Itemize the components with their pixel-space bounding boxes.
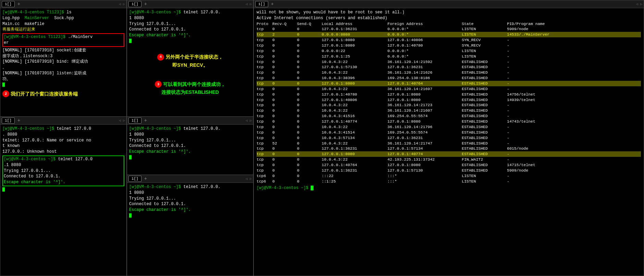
left-bottom-tab-arrows: ◁ ▷ [119, 118, 125, 123]
annotation-4-text2: 即SYN_RECV。 [131, 62, 250, 69]
middle-top-terminal: [wj@VM-4-3-centos ~]$ telnet 127.0.0. 1 … [127, 8, 253, 116]
left-top-tab-active[interactable]: 1[] [2, 1, 15, 7]
middle-top-tab-bar: 1[] + ◁ ▷ [127, 0, 253, 8]
col-state: State [462, 21, 506, 27]
middle-bottom-tab-bar: 1[] + ◁ ▷ [127, 175, 253, 183]
netstat-row-mainserver: tcp200.0.0.0:80800.0.0.0:*LISTEN14533/./… [257, 32, 641, 37]
annotation-4-badge: 4 [157, 54, 164, 61]
netstat-row: tcp0010.0.4.3:2236.161.120.14:21626ESTAB… [257, 70, 641, 75]
middle-bottom-terminal: [wj@VM-4-3-centos ~]$ telnet 127.0.0. 1 … [127, 183, 253, 276]
netstat-row: tcp600::1:25:::*LISTEN- [257, 179, 641, 184]
middle-bottom-tab-add[interactable]: + [143, 176, 148, 181]
annotation-4-container: 4 另外两个处于半连接状态， 即SYN_RECV。 [129, 51, 251, 72]
netstat-row: tcp0010.0.4.3:2236.161.120.14:21697ESTAB… [257, 86, 641, 92]
middle-mid-tab-bar: 1[] + ◁ ▷ [127, 117, 253, 125]
right-tab-add[interactable]: + [270, 1, 275, 7]
left-bottom-terminal: [wj@VM-4-3-centos ~]$ telnet 127.0.0 . 8… [0, 125, 126, 276]
netstat-row: tcp00127.0.0.1:40806127.0.0.1:8080ESTABL… [257, 97, 641, 103]
netstat-row-established-2: tcp00127.0.0.1:8080127.0.0.1:40774ESTABL… [257, 151, 641, 157]
netstat-row: tcp00127.0.0.1:40780127.0.0.1:8080ESTABL… [257, 92, 641, 97]
col-proto: Proto [257, 21, 272, 27]
left-top-tab-add[interactable]: + [16, 1, 22, 7]
middle-panel: 1[] + ◁ ▷ [wj@VM-4-3-centos ~]$ telnet 1… [127, 0, 253, 276]
middle-bottom-tab-active[interactable]: 1[] [128, 176, 141, 182]
left-top-terminal: [wj@VM-4-3-centos T1123]$ ls Log.hpp Mai… [0, 8, 126, 116]
netstat-row: tcp0010.0.4.3:2242.193.225.131:37342FIN_… [257, 157, 641, 162]
right-netstat-content: will not be shown, you would have to be … [254, 8, 644, 276]
annotation-4-text: 另外两个处于半连接状态， [165, 54, 223, 61]
right-tab-arrows: ◁ ▷ [636, 2, 642, 6]
left-bottom-section: 1[] + ◁ ▷ [wj@VM-4-3-centos ~]$ telnet 1… [0, 117, 126, 276]
middle-bottom-tab-arrows: ◁ ▷ [246, 177, 252, 181]
netstat-row: tcp00127.0.0.1:250.0.0.0:*LISTEN- [257, 54, 641, 59]
right-tab-active[interactable]: 1[] [255, 1, 268, 7]
netstat-row: tcp0010.0.4.3:2236.161.120.14:21607ESTAB… [257, 108, 641, 113]
left-top-tab-arrows: ◁ ▷ [119, 2, 125, 6]
annotation-2-text: 我们开了四个窗口连接该服务端 [11, 91, 78, 98]
col-pid: PID/Program name [507, 21, 641, 27]
middle-bottom-section: 1[] + ◁ ▷ [wj@VM-4-3-centos ~]$ telnet 1… [127, 175, 253, 276]
netstat-row: tcp0010.0.4.3:2236.161.120.14:21592ESTAB… [257, 59, 641, 65]
col-local: Local Address [322, 21, 387, 27]
netstat-header: Proto Recv-Q Send-Q Local Address Foreig… [257, 21, 641, 27]
netstat-row: tcp00127.0.0.1:362310.0.0.0:*LISTEN5909/… [257, 26, 641, 32]
left-bottom-tab-add[interactable]: + [16, 118, 22, 123]
annotation-3-text: 可以看到其中两个连接成功， [163, 81, 225, 88]
left-bottom-tab-bar: 1[] + ◁ ▷ [0, 117, 126, 125]
netstat-row: tcp00127.0.0.1:8080127.0.0.1:40806SYN_RE… [257, 37, 641, 43]
annotation-2-container: 2 我们开了四个窗口连接该服务端 [2, 90, 124, 97]
col-send: Send-Q [297, 21, 321, 27]
middle-mid-tab-active[interactable]: 1[] [128, 117, 141, 124]
netstat-row: tcp00127.0.0.1:8080127.0.0.1:40780SYN_RE… [257, 43, 641, 48]
annotation-3-text2: 连接状态为ESTABLISHED [131, 89, 250, 96]
netstat-row: tcp0010.0.4.3:2236.161.120.14:21796ESTAB… [257, 124, 641, 130]
green-box-telnet-bottom: [wj@VM-4-3-centos ~]$ telnet 127.0.0 .1 … [2, 155, 124, 186]
netstat-row: tcp0010.0.4.3:41514169.254.0.55:5574ESTA… [257, 130, 641, 135]
netstat-row: tcp0010.0.4.3:41516169.254.0.55:5574ESTA… [257, 113, 641, 119]
right-tab-bar: 1[] + ◁ ▷ [254, 0, 644, 8]
middle-mid-section: 1[] + ◁ ▷ [wj@VM-4-3-centos ~]$ telnet 1… [127, 117, 253, 175]
netstat-row-established-1: tcp00127.0.0.1:8080127.0.0.1:40764ESTABL… [257, 81, 641, 86]
right-panel: 1[] + ◁ ▷ will not be shown, you would h… [253, 0, 644, 276]
col-foreign: Foreign Address [387, 21, 461, 27]
annotation-3-badge: 3 [155, 81, 162, 88]
left-bottom-tab-active[interactable]: 1[] [2, 117, 15, 124]
middle-top-section: 1[] + ◁ ▷ [wj@VM-4-3-centos ~]$ telnet 1… [127, 0, 253, 117]
netstat-row: tcp00127.0.0.1:40774127.0.0.1:8080ESTABL… [257, 119, 641, 124]
netstat-row: tcp00127.0.0.1:57130127.0.0.1:36231ESTAB… [257, 64, 641, 70]
left-panel: 1[] + ◁ ▷ [wj@VM-4-3-centos T1123]$ ls L… [0, 0, 127, 276]
middle-mid-tab-add[interactable]: + [143, 118, 148, 123]
netstat-row: tcp00127.0.0.1:40764127.0.0.1:8080ESTABL… [257, 162, 641, 168]
netstat-row: tcp000.0.0.0:220.0.0.0:*LISTEN- [257, 48, 641, 54]
netstat-row: tcp600:::22:::*LISTEN- [257, 173, 641, 179]
col-recv: Recv-Q [272, 21, 296, 27]
middle-top-tab-active[interactable]: 1[] [128, 1, 141, 7]
netstat-row: tcp00127.0.0.1:36231127.0.0.1:57134ESTAB… [257, 146, 641, 151]
middle-mid-terminal: [wj@VM-4-3-centos ~]$ telnet 127.0.0. 1 … [127, 125, 253, 175]
netstat-row: tcp00127.0.0.1:36231127.0.0.1:57130ESTAB… [257, 168, 641, 173]
annotation-2-badge: 2 [2, 90, 9, 97]
middle-mid-tab-arrows: ◁ ▷ [246, 118, 252, 123]
netstat-row: tcp52010.0.4.3:2236.161.120.14:21747ESTA… [257, 141, 641, 146]
left-top-section: 1[] + ◁ ▷ [wj@VM-4-3-centos T1123]$ ls L… [0, 0, 126, 117]
annotation-3-container: 3 可以看到其中两个连接成功， 连接状态为ESTABLISHED [129, 78, 251, 99]
left-top-tab-bar: 1[] + ◁ ▷ [0, 0, 126, 8]
annotations-container: 4 另外两个处于半连接状态， 即SYN_RECV。 3 可以看到其中两个连接成功… [129, 51, 251, 99]
red-box-mainserver: [wj@VM-4-3-centos T1123]$ ./MainServ er [2, 33, 124, 47]
netstat-row: tcp0010.0.4.3:38396169.254.0.138:8186EST… [257, 75, 641, 81]
netstat-row: tcp0010.0.4.3:57134127.0.0.1:36231ESTABL… [257, 135, 641, 141]
middle-top-tab-arrows: ◁ ▷ [246, 2, 252, 6]
netstat-row: tcp0010.0.4.3:2236.161.120.14:21723ESTAB… [257, 102, 641, 108]
middle-top-tab-add[interactable]: + [143, 1, 148, 7]
